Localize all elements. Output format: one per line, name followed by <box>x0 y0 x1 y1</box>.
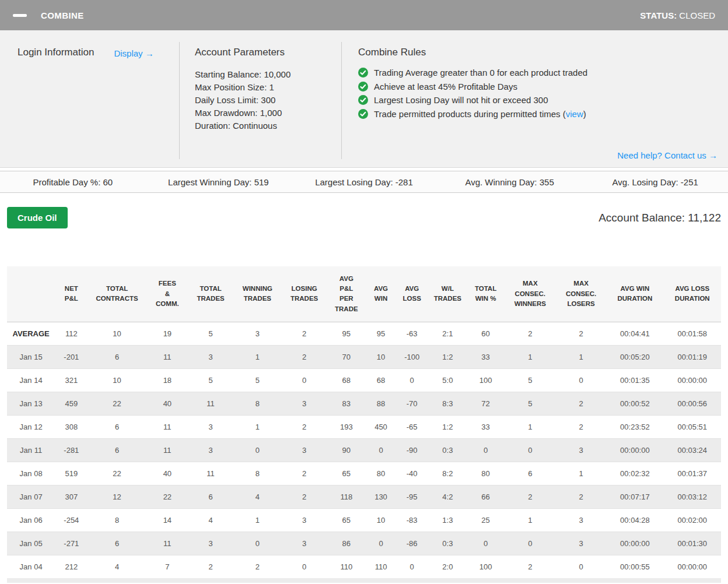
table-cell: 3 <box>282 532 326 555</box>
rule-text: Largest Losing Day will not hit or excee… <box>374 93 548 107</box>
rule-text: Achieve at least 45% Profitable Days <box>374 80 517 94</box>
table-cell: 2 <box>556 322 606 345</box>
table-body: AVERAGE11210195329595-632:1602200:04:410… <box>7 322 721 578</box>
table-row: Jan 06-2548144136510-831:3251300:04:2800… <box>7 508 721 532</box>
table-cell: 86 <box>327 532 366 555</box>
column-header: TOTAL TRADES <box>188 266 233 322</box>
display-link[interactable]: Display → <box>114 48 153 167</box>
login-information-section: Login Information Display → <box>0 30 179 167</box>
table-cell: 1:2 <box>428 415 467 438</box>
column-header: LOSING TRADES <box>282 266 326 322</box>
table-cell: 11 <box>188 392 233 415</box>
table-cell: 12 <box>88 485 146 508</box>
table-cell: 2 <box>282 345 326 368</box>
table-cell: 00:01:37 <box>664 462 721 485</box>
table-cell: -271 <box>55 532 88 555</box>
table-cell: -95 <box>396 485 428 508</box>
check-circle-icon <box>358 95 368 105</box>
table-cell: 88 <box>366 392 396 415</box>
table-cell: 6 <box>88 532 146 555</box>
row-label: Jan 13 <box>7 392 55 415</box>
table-row: Jan 11-281611303900-900:300300:00:0000:0… <box>7 438 721 462</box>
table-cell: -63 <box>396 322 428 345</box>
table-cell: 14 <box>146 508 188 532</box>
table-cell: -86 <box>396 532 428 555</box>
contact-us-link[interactable]: Need help? Contact us → <box>617 150 718 160</box>
table-cell: 0 <box>366 438 396 462</box>
view-link[interactable]: view <box>566 109 583 119</box>
table-cell: 321 <box>55 368 88 392</box>
table-cell: 10 <box>88 322 146 345</box>
table-cell: 5 <box>188 322 233 345</box>
table-cell: 6 <box>188 485 233 508</box>
table-row: Jan 073071222642118130-954:2662200:07:17… <box>7 485 721 508</box>
table-cell: 0 <box>467 438 504 462</box>
table-cell: 90 <box>327 438 366 462</box>
table-cell: 80 <box>366 462 396 485</box>
table-cell: 4 <box>88 555 146 578</box>
check-circle-icon <box>358 82 368 92</box>
minimize-icon[interactable] <box>13 14 27 17</box>
table-cell: -70 <box>396 392 428 415</box>
table-cell: 308 <box>55 415 88 438</box>
rule-item: Largest Losing Day will not hit or excee… <box>358 93 718 107</box>
table-cell: 0 <box>505 438 556 462</box>
status-badge: STATUS: CLOSED <box>640 10 715 20</box>
stat-avg-winning-day: Avg. Winning Day: 355 <box>437 171 583 192</box>
table-cell: 22 <box>88 392 146 415</box>
stat-avg-losing-day: Avg. Losing Day: -251 <box>582 171 728 192</box>
table-cell: 4 <box>233 485 282 508</box>
partial-next-row <box>7 578 721 583</box>
column-header: TOTAL WIN % <box>467 266 504 322</box>
table-cell: 22 <box>146 485 188 508</box>
table-cell: 22 <box>88 462 146 485</box>
table-row: Jan 05-271611303860-860:300300:00:0000:0… <box>7 532 721 555</box>
table-cell: 110 <box>327 555 366 578</box>
column-header: NET P&L <box>55 266 88 322</box>
table-cell: -254 <box>55 508 88 532</box>
column-header: AVG LOSS DURATION <box>664 266 721 322</box>
table-cell: 11 <box>146 438 188 462</box>
rule-text: Trading Average greater than 0 for each … <box>374 66 587 80</box>
table-row: Jan 08519224011826580-408:2806100:02:320… <box>7 462 721 485</box>
table-cell: 0 <box>396 555 428 578</box>
product-tab-crude-oil[interactable]: Crude Oil <box>7 207 68 228</box>
parameter-item: Max Position Size: 1 <box>195 81 341 94</box>
table-cell: 1 <box>505 508 556 532</box>
row-label: Jan 04 <box>7 555 55 578</box>
table-cell: 3 <box>282 508 326 532</box>
status-label: STATUS: <box>640 10 677 20</box>
column-header: AVG LOSS <box>396 266 428 322</box>
rule-text: Trade permitted products during permitte… <box>374 107 586 121</box>
table-cell: 3 <box>188 438 233 462</box>
row-label: Jan 15 <box>7 345 55 368</box>
table-cell: 0 <box>366 532 396 555</box>
rule-text-main: Trade permitted products during permitte… <box>374 109 566 119</box>
table-cell: 3 <box>282 438 326 462</box>
table-cell: 2 <box>282 322 326 345</box>
table-cell: 1 <box>233 415 282 438</box>
table-cell: 1 <box>556 345 606 368</box>
column-header: TOTAL CONTRACTS <box>88 266 146 322</box>
table-cell: 3 <box>556 438 606 462</box>
row-label: Jan 05 <box>7 532 55 555</box>
account-balance: Account Balance: 11,122 <box>598 212 721 224</box>
table-cell: 25 <box>467 508 504 532</box>
table-cell: 100 <box>467 555 504 578</box>
table-cell: 2 <box>282 485 326 508</box>
table-row: Jan 12308611312193450-651:2331200:23:520… <box>7 415 721 438</box>
table-cell: 0 <box>556 555 606 578</box>
check-circle-icon <box>358 109 368 119</box>
table-cell: 118 <box>327 485 366 508</box>
stat-largest-losing-day: Largest Losing Day: -281 <box>291 171 437 192</box>
column-header: AVG WIN <box>366 266 396 322</box>
table-cell: -281 <box>55 438 88 462</box>
table-cell: 8 <box>233 392 282 415</box>
table-cell: 1 <box>505 345 556 368</box>
table-cell: 11 <box>188 462 233 485</box>
row-label: Jan 12 <box>7 415 55 438</box>
table-cell: 33 <box>467 345 504 368</box>
table-cell: 72 <box>467 392 504 415</box>
table-cell: 100 <box>467 368 504 392</box>
table-cell: -83 <box>396 508 428 532</box>
